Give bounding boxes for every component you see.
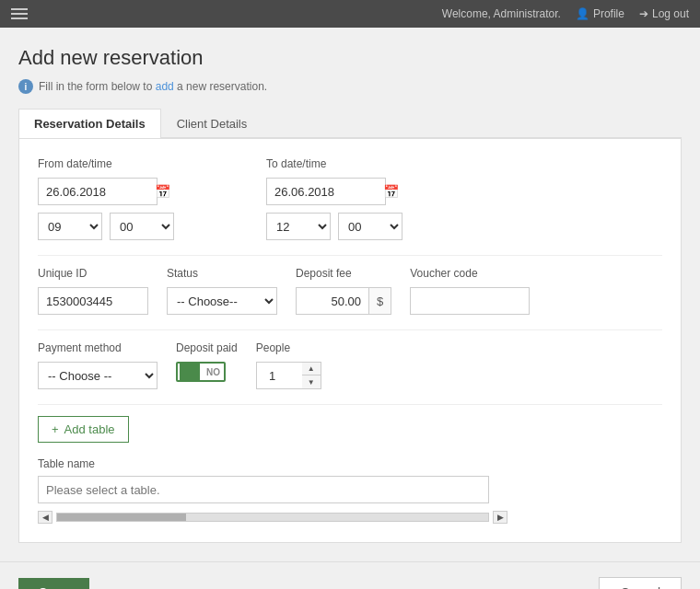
payment-row: Payment method -- Choose -- Cash Credit … (38, 341, 662, 389)
save-button[interactable]: Save (18, 578, 89, 589)
to-date-label: To date/time (266, 157, 402, 170)
deposit-paid-toggle[interactable]: NO (176, 362, 226, 382)
to-datetime-group: To date/time 📅 12 1314 00 153045 (266, 157, 402, 240)
logout-icon: ➔ (639, 7, 648, 20)
cancel-button[interactable]: Cancel (599, 577, 682, 589)
hint-text: Fill in the form below to add a new rese… (39, 80, 267, 93)
profile-icon: 👤 (576, 7, 589, 20)
deposit-currency: $ (369, 287, 391, 315)
people-up-btn[interactable]: ▲ (302, 363, 321, 375)
plus-icon: + (52, 422, 59, 436)
divider-3 (38, 404, 662, 405)
to-date-input[interactable] (266, 178, 386, 205)
uid-row: Unique ID Status -- Choose-- Pending Con… (38, 267, 662, 315)
deposit-paid-label: Deposit paid (176, 341, 238, 354)
hamburger-menu[interactable] (11, 8, 28, 19)
divider-1 (38, 255, 662, 256)
page-hint: i Fill in the form below to add a new re… (18, 79, 682, 94)
reservation-form: From date/time 📅 09 101112 00 153045 (18, 138, 682, 543)
deposit-paid-group: Deposit paid NO (176, 341, 238, 382)
people-down-btn[interactable]: ▼ (302, 375, 321, 388)
to-calendar-icon[interactable]: 📅 (383, 184, 399, 199)
table-name-label: Table name (38, 457, 662, 470)
payment-group: Payment method -- Choose -- Cash Credit … (38, 341, 158, 389)
date-time-row: From date/time 📅 09 101112 00 153045 (38, 157, 662, 240)
from-minute-select[interactable]: 00 153045 (110, 213, 174, 240)
add-table-button[interactable]: + Add table (38, 416, 129, 443)
tab-reservation-details[interactable]: Reservation Details (18, 109, 161, 138)
info-icon: i (18, 79, 33, 94)
from-datetime-group: From date/time 📅 09 101112 00 153045 (38, 157, 174, 240)
to-hour-select[interactable]: 12 1314 (266, 213, 331, 240)
tab-bar: Reservation Details Client Details (18, 109, 682, 138)
people-group: People ▲ ▼ (256, 341, 321, 389)
bottom-action-bar: Save Cancel (0, 561, 700, 589)
status-group: Status -- Choose-- Pending Confirmed Can… (167, 267, 277, 315)
from-hour-select[interactable]: 09 101112 (38, 213, 102, 240)
scroll-right-arrow[interactable]: ▶ (493, 511, 508, 524)
scrollbar-area: ◀ ▶ (38, 511, 662, 524)
tab-client-details[interactable]: Client Details (161, 109, 263, 138)
people-input[interactable] (256, 362, 302, 389)
deposit-fee-group: Deposit fee $ (296, 267, 391, 315)
logout-link[interactable]: ➔ Log out (639, 7, 689, 20)
voucher-input[interactable] (410, 287, 530, 315)
deposit-fee-input[interactable] (296, 287, 369, 315)
table-name-section: Table name ◀ ▶ (38, 457, 662, 524)
uid-group: Unique ID (38, 267, 148, 315)
status-label: Status (167, 267, 277, 280)
add-table-label: Add table (64, 422, 115, 436)
from-date-label: From date/time (38, 157, 174, 170)
voucher-group: Voucher code (410, 267, 530, 315)
people-spinner: ▲ ▼ (302, 362, 321, 389)
scrollbar-thumb (57, 514, 186, 521)
from-calendar-icon[interactable]: 📅 (155, 184, 170, 199)
uid-label: Unique ID (38, 267, 148, 280)
uid-input[interactable] (38, 287, 148, 315)
voucher-label: Voucher code (410, 267, 530, 280)
main-content: Add new reservation i Fill in the form b… (0, 28, 700, 561)
scrollbar-track[interactable] (56, 513, 489, 522)
toggle-label: NO (206, 367, 220, 377)
payment-label: Payment method (38, 341, 158, 354)
table-name-input[interactable] (38, 476, 489, 503)
to-minute-select[interactable]: 00 153045 (338, 213, 402, 240)
toggle-knob (180, 364, 200, 380)
profile-link[interactable]: 👤 Profile (576, 7, 624, 20)
scroll-left-arrow[interactable]: ◀ (38, 511, 52, 524)
people-label: People (256, 341, 321, 354)
welcome-text: Welcome, Administrator. (442, 7, 561, 20)
page-title: Add new reservation (18, 46, 682, 70)
deposit-fee-label: Deposit fee (296, 267, 391, 280)
top-navigation: Welcome, Administrator. 👤 Profile ➔ Log … (0, 0, 700, 28)
payment-select[interactable]: -- Choose -- Cash Credit Card PayPal (38, 362, 158, 389)
from-date-input[interactable] (38, 178, 158, 205)
status-select[interactable]: -- Choose-- Pending Confirmed Cancelled (167, 287, 277, 315)
divider-2 (38, 329, 662, 330)
